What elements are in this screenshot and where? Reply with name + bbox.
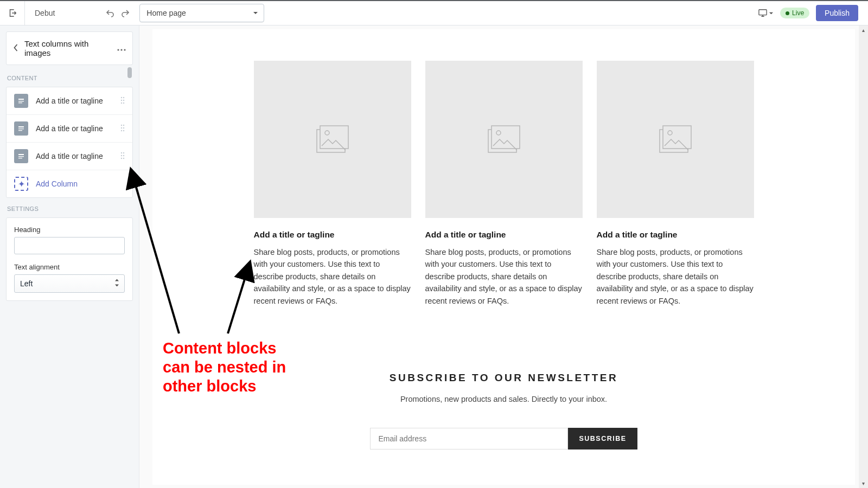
sidebar: Text columns with images CONTENT Add a t… <box>0 25 139 488</box>
column: Add a title or tagline Share blog posts,… <box>254 61 411 307</box>
drag-handle-icon[interactable] <box>120 152 125 161</box>
desktop-icon <box>758 9 768 17</box>
scrollbar-thumb[interactable] <box>127 67 132 78</box>
image-placeholder-icon <box>488 125 520 153</box>
svg-point-29 <box>123 152 124 153</box>
svg-point-10 <box>121 99 122 100</box>
svg-rect-5 <box>18 99 24 100</box>
undo-icon <box>105 8 116 18</box>
redo-button[interactable] <box>118 5 133 21</box>
settings-group-label: SETTINGS <box>6 198 133 217</box>
svg-rect-41 <box>663 126 691 149</box>
alignment-label: Text alignment <box>14 263 125 271</box>
image-placeholder-icon <box>659 125 692 153</box>
svg-point-31 <box>123 155 124 156</box>
svg-rect-25 <box>18 154 24 155</box>
text-block-icon <box>14 121 28 136</box>
sidebar-scrollbar[interactable] <box>127 67 132 482</box>
dots-horizontal-icon <box>117 49 126 51</box>
chevron-down-icon <box>253 9 258 17</box>
undo-button[interactable] <box>103 5 118 21</box>
svg-rect-35 <box>320 126 348 149</box>
content-block-label: Add a title or tagline <box>36 97 103 105</box>
svg-point-33 <box>123 157 124 158</box>
svg-point-1 <box>117 49 119 50</box>
redo-icon <box>120 8 131 18</box>
image-placeholder <box>254 61 411 218</box>
topbar: Debut Home page Live Publish <box>0 0 868 25</box>
svg-rect-16 <box>18 129 24 129</box>
svg-point-8 <box>121 97 122 98</box>
svg-point-22 <box>121 130 122 131</box>
newsletter-form: SUBSCRIBE <box>370 428 637 450</box>
svg-rect-17 <box>18 130 22 131</box>
svg-point-20 <box>121 127 122 128</box>
image-placeholder <box>425 61 583 218</box>
text-block-icon <box>14 94 28 108</box>
text-block-icon <box>14 149 28 163</box>
column-title: Add a title or tagline <box>425 230 583 240</box>
add-icon: ✦ <box>14 177 28 191</box>
content-block-item[interactable]: Add a title or tagline <box>7 143 132 170</box>
preview-scrollbar[interactable]: ▴ ▾ <box>859 25 868 488</box>
settings-panel: Heading Text alignment Left <box>6 217 133 301</box>
svg-point-23 <box>123 130 124 131</box>
svg-point-18 <box>121 124 122 125</box>
content-block-item[interactable]: Add a title or tagline <box>7 87 132 115</box>
svg-rect-0 <box>759 10 767 15</box>
select-caret-icon <box>114 279 119 288</box>
drag-handle-icon[interactable] <box>120 97 125 106</box>
alignment-value: Left <box>20 279 33 288</box>
status-badge-live: Live <box>780 8 809 18</box>
column: Add a title or tagline Share blog posts,… <box>425 61 583 307</box>
exit-button[interactable] <box>0 1 25 25</box>
publish-button[interactable]: Publish <box>816 5 858 21</box>
svg-point-9 <box>123 97 124 98</box>
back-button[interactable] <box>13 43 19 54</box>
theme-name: Debut <box>25 9 65 17</box>
add-column-label: Add Column <box>36 179 78 188</box>
column-text: Share blog posts, products, or promotion… <box>254 246 411 307</box>
email-field[interactable] <box>370 428 568 450</box>
svg-rect-7 <box>18 102 22 103</box>
alignment-select[interactable]: Left <box>14 274 125 293</box>
annotation-text: Content blocks can be nested in other bl… <box>163 339 288 395</box>
page-selector[interactable]: Home page <box>139 4 264 22</box>
preview-frame: Add a title or tagline Share blog posts,… <box>152 29 855 485</box>
content-group-label: CONTENT <box>6 67 133 87</box>
page-selector-label: Home page <box>146 9 186 17</box>
column-text: Share blog posts, products, or promotion… <box>425 246 583 307</box>
content-block-list: Add a title or tagline Add a title or ta… <box>6 87 133 198</box>
scroll-up-button[interactable]: ▴ <box>859 25 868 35</box>
column-title: Add a title or tagline <box>254 230 411 240</box>
newsletter-subtitle: Promotions, new products and sales. Dire… <box>174 395 833 403</box>
svg-rect-15 <box>18 126 24 127</box>
column: Add a title or tagline Share blog posts,… <box>597 61 754 307</box>
chevron-down-icon <box>769 11 774 16</box>
svg-rect-27 <box>18 158 22 158</box>
heading-label: Heading <box>14 226 125 234</box>
add-column-button[interactable]: ✦ Add Column <box>7 170 132 197</box>
heading-input[interactable] <box>14 237 125 254</box>
content-block-label: Add a title or tagline <box>36 124 103 133</box>
svg-point-19 <box>123 124 124 125</box>
column-title: Add a title or tagline <box>597 230 754 240</box>
svg-point-12 <box>121 102 122 103</box>
svg-point-32 <box>121 157 122 158</box>
drag-handle-icon[interactable] <box>120 124 125 133</box>
text-columns-section: Add a title or tagline Share blog posts,… <box>152 29 855 323</box>
section-actions-button[interactable] <box>117 44 126 53</box>
exit-icon <box>8 8 17 18</box>
svg-point-28 <box>121 152 122 153</box>
svg-rect-6 <box>18 101 24 101</box>
svg-point-21 <box>123 127 124 128</box>
chevron-left-icon <box>13 43 19 52</box>
svg-point-3 <box>124 49 125 50</box>
column-text: Share blog posts, products, or promotion… <box>597 246 754 307</box>
image-placeholder-icon <box>316 125 349 153</box>
device-preview-toggle[interactable] <box>758 9 774 17</box>
scroll-down-button[interactable]: ▾ <box>859 479 868 488</box>
content-block-item[interactable]: Add a title or tagline <box>7 115 132 143</box>
svg-point-30 <box>121 155 122 156</box>
subscribe-button[interactable]: SUBSCRIBE <box>568 428 637 450</box>
